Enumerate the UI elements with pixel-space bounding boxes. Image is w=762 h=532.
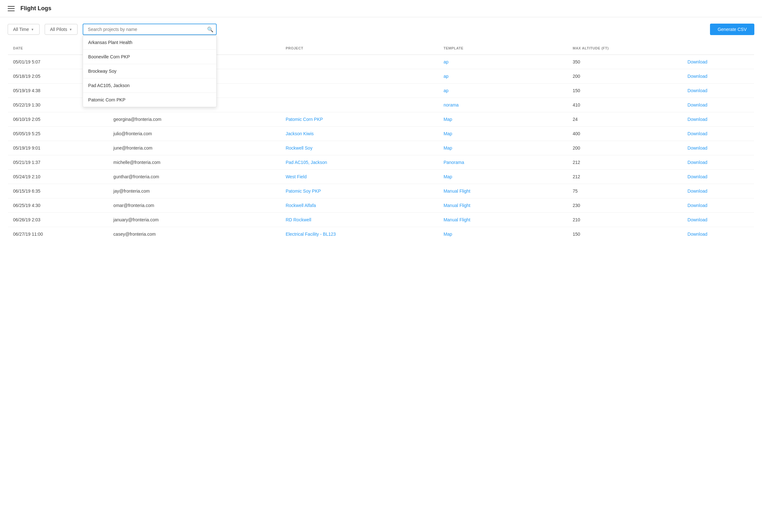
project-link[interactable]: Jackson Kiwis [286, 131, 314, 136]
download-link[interactable]: Download [688, 217, 708, 222]
project-link[interactable]: Patomic Corn PKP [286, 117, 323, 122]
table-row: 05/19/19 9:01 june@fronteria.com Rockwel… [8, 141, 754, 155]
cell-download: Download [683, 141, 754, 155]
download-link[interactable]: Download [688, 117, 708, 122]
cell-download: Download [683, 198, 754, 213]
template-link[interactable]: Manual Flight [443, 203, 470, 208]
dropdown-item[interactable]: Pad AC105, Jackson [83, 79, 216, 93]
cell-altitude: 212 [568, 155, 683, 170]
cell-download: Download [683, 55, 754, 69]
template-link[interactable]: Panorama [443, 160, 464, 165]
cell-date: 05/19/19 9:01 [8, 141, 109, 155]
cell-template: Map [438, 170, 568, 184]
table-row: 06/25/19 4:30 omar@fronteria.com Rockwel… [8, 198, 754, 213]
dropdown-item[interactable]: Brockway Soy [83, 64, 216, 79]
dropdown-item[interactable]: Arkansas Plant Health [83, 35, 216, 50]
cell-template: ap [438, 84, 568, 98]
project-link[interactable]: Electrical Facility - BL123 [286, 232, 336, 237]
cell-template: Map [438, 227, 568, 241]
cell-pilot: omar@fronteria.com [108, 198, 280, 213]
cell-template: Map [438, 127, 568, 141]
cell-template: norama [438, 98, 568, 112]
time-filter-button[interactable]: All Time ▼ [8, 24, 39, 35]
col-header-project: PROJECT [280, 42, 438, 55]
cell-download: Download [683, 69, 754, 84]
project-link[interactable]: Patomic Soy PKP [286, 188, 321, 194]
cell-pilot: casey@fronteria.com [108, 227, 280, 241]
cell-pilot: june@fronteria.com [108, 141, 280, 155]
cell-template: Manual Flight [438, 184, 568, 198]
cell-project: Patomic Soy PKP [280, 184, 438, 198]
cell-date: 06/10/19 2:05 [8, 112, 109, 127]
search-dropdown: Arkansas Plant Health Booneville Corn PK… [83, 35, 217, 107]
search-input[interactable] [83, 24, 217, 35]
cell-pilot: georgina@fronteria.com [108, 112, 280, 127]
cell-altitude: 410 [568, 98, 683, 112]
download-link[interactable]: Download [688, 59, 708, 64]
cell-altitude: 212 [568, 170, 683, 184]
pilots-filter-button[interactable]: All Pilots ▼ [45, 24, 78, 35]
cell-project: Rockwell Alfafa [280, 198, 438, 213]
dropdown-item[interactable]: Patomic Corn PKP [83, 93, 216, 107]
template-link[interactable]: Map [443, 117, 452, 122]
cell-project [280, 84, 438, 98]
download-link[interactable]: Download [688, 188, 708, 194]
project-link[interactable]: Rockwell Alfafa [286, 203, 316, 208]
chevron-down-icon: ▼ [31, 28, 34, 31]
project-link[interactable]: Pad AC105, Jackson [286, 160, 327, 165]
download-link[interactable]: Download [688, 203, 708, 208]
download-link[interactable]: Download [688, 131, 708, 136]
cell-download: Download [683, 155, 754, 170]
cell-pilot: gunthar@fronteria.com [108, 170, 280, 184]
download-link[interactable]: Download [688, 160, 708, 165]
download-link[interactable]: Download [688, 174, 708, 179]
cell-project [280, 55, 438, 69]
cell-altitude: 350 [568, 55, 683, 69]
cell-date: 06/27/19 11:00 [8, 227, 109, 241]
table-row: 05/05/19 5:25 julio@fronteria.com Jackso… [8, 127, 754, 141]
table-row: 06/15/19 6:35 jay@fronteria.com Patomic … [8, 184, 754, 198]
search-wrapper: 🔍 Arkansas Plant Health Booneville Corn … [83, 24, 217, 35]
download-link[interactable]: Download [688, 102, 708, 107]
cell-template: ap [438, 55, 568, 69]
project-link[interactable]: West Field [286, 174, 307, 179]
cell-date: 05/05/19 5:25 [8, 127, 109, 141]
cell-altitude: 200 [568, 69, 683, 84]
template-link[interactable]: Map [443, 174, 452, 179]
cell-project: Jackson Kiwis [280, 127, 438, 141]
template-link[interactable]: Manual Flight [443, 217, 470, 222]
cell-project [280, 98, 438, 112]
template-link[interactable]: Map [443, 131, 452, 136]
cell-altitude: 150 [568, 84, 683, 98]
app-header: Flight Logs [0, 0, 762, 17]
col-header-template: TEMPLATE [438, 42, 568, 55]
generate-csv-button[interactable]: Generate CSV [710, 24, 754, 35]
cell-pilot: michelle@fronteria.com [108, 155, 280, 170]
template-link[interactable]: Map [443, 146, 452, 151]
cell-project: Electrical Facility - BL123 [280, 227, 438, 241]
download-link[interactable]: Download [688, 74, 708, 79]
cell-project [280, 69, 438, 84]
project-link[interactable]: Rockwell Soy [286, 146, 312, 151]
cell-project: RD Rockwell [280, 213, 438, 227]
download-link[interactable]: Download [688, 232, 708, 237]
project-link[interactable]: RD Rockwell [286, 217, 311, 222]
cell-date: 05/21/19 1:37 [8, 155, 109, 170]
menu-icon[interactable] [8, 6, 15, 11]
cell-download: Download [683, 227, 754, 241]
cell-download: Download [683, 112, 754, 127]
chevron-down-icon: ▼ [69, 28, 72, 31]
download-link[interactable]: Download [688, 146, 708, 151]
cell-altitude: 150 [568, 227, 683, 241]
download-link[interactable]: Download [688, 88, 708, 93]
dropdown-item[interactable]: Booneville Corn PKP [83, 50, 216, 64]
cell-template: ap [438, 69, 568, 84]
search-icon: 🔍 [207, 27, 213, 33]
cell-project: Patomic Corn PKP [280, 112, 438, 127]
pilots-filter-label: All Pilots [50, 27, 67, 32]
cell-template: Manual Flight [438, 198, 568, 213]
cell-project: Rockwell Soy [280, 141, 438, 155]
template-link[interactable]: Manual Flight [443, 188, 470, 194]
table-row: 06/10/19 2:05 georgina@fronteria.com Pat… [8, 112, 754, 127]
template-link[interactable]: Map [443, 232, 452, 237]
